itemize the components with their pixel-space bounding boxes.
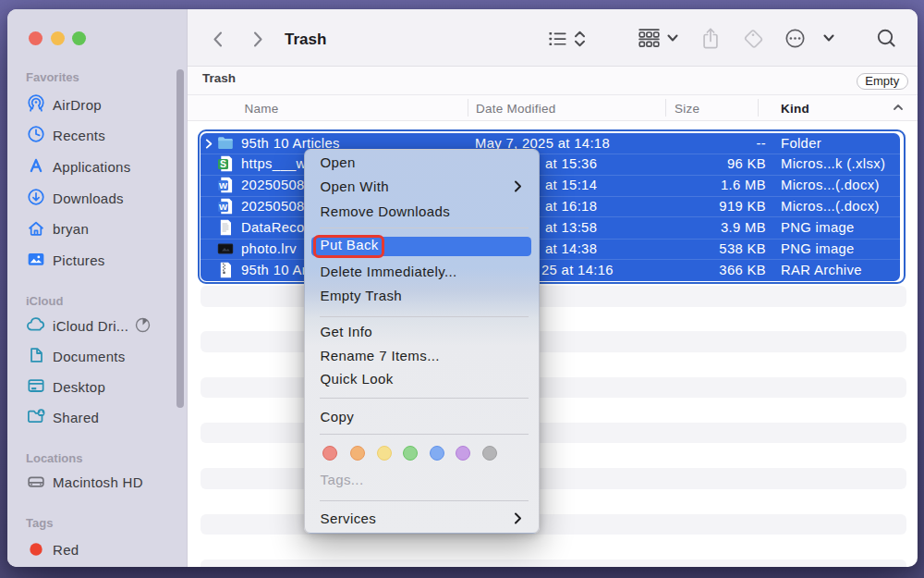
svg-text:W: W bbox=[218, 202, 227, 212]
svg-text:S: S bbox=[219, 159, 225, 170]
svg-text:W: W bbox=[218, 180, 227, 191]
